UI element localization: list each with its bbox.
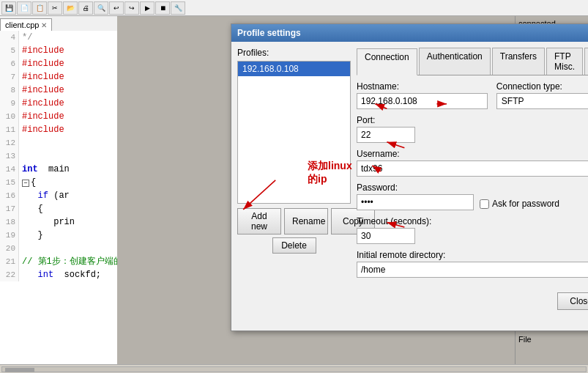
file-tab-name: client.cpp bbox=[5, 21, 39, 29]
ask-password-row: Ask for password bbox=[480, 199, 559, 209]
scrollbar-track bbox=[1, 366, 587, 372]
main-toolbar: 💾 📄 📋 ✂ 📂 🖨 🔍 ↩ ↪ ▶ ⏹ 🔧 bbox=[0, 0, 588, 16]
tab-ftp-misc[interactable]: FTP Misc. bbox=[546, 48, 583, 75]
tab-connection[interactable]: Connection bbox=[357, 48, 417, 75]
dialog-body: Profiles: 192.168.0.108 Add new Rename C… bbox=[231, 42, 588, 289]
port-input[interactable] bbox=[357, 127, 415, 143]
close-button[interactable]: Close bbox=[557, 292, 588, 310]
code-line: 6 #include bbox=[0, 57, 117, 70]
timeout-label: Timeout (seconds): bbox=[357, 216, 588, 226]
username-input[interactable] bbox=[357, 160, 588, 177]
profiles-panel: Profiles: 192.168.0.108 Add new Rename C… bbox=[237, 48, 351, 284]
toolbar-undo[interactable]: ↩ bbox=[109, 1, 124, 15]
code-line: 4 */ bbox=[0, 31, 117, 44]
hostname-col: Hostname: bbox=[357, 81, 488, 109]
toolbar-run[interactable]: ▶ bbox=[140, 1, 155, 15]
add-new-button[interactable]: Add new bbox=[237, 208, 281, 234]
code-line: 12 bbox=[0, 136, 117, 149]
timeout-group: Timeout (seconds): bbox=[357, 216, 588, 244]
connection-type-select[interactable]: SFTP FTP FTPS bbox=[496, 93, 588, 109]
file-tab-bar: client.cpp ✕ bbox=[0, 16, 117, 31]
profiles-buttons-row2: Delete bbox=[237, 237, 351, 254]
initial-dir-label: Initial remote directory: bbox=[357, 250, 588, 260]
profiles-list[interactable]: 192.168.0.108 bbox=[237, 61, 351, 204]
code-line: 20 bbox=[0, 242, 117, 255]
ask-password-label: Ask for password bbox=[492, 199, 559, 209]
hostname-label: Hostname: bbox=[357, 81, 488, 92]
toolbar-open[interactable]: 📂 bbox=[63, 1, 78, 15]
hostname-row: Hostname: Connection type: SFTP FTP FTPS bbox=[357, 81, 588, 109]
tab-cache[interactable]: Cache bbox=[584, 48, 588, 75]
code-line: 11 #include bbox=[0, 123, 117, 136]
ask-password-checkbox[interactable] bbox=[480, 199, 489, 209]
toolbar-cut[interactable]: ✂ bbox=[48, 1, 62, 15]
connection-type-col: Connection type: SFTP FTP FTPS bbox=[496, 81, 588, 109]
code-line: 5 #include bbox=[0, 44, 117, 57]
connection-type-label: Connection type: bbox=[496, 81, 588, 92]
connection-form: Hostname: Connection type: SFTP FTP FTPS bbox=[357, 81, 588, 278]
profile-settings-dialog: Profile settings ✕ Profiles: 192.168.0.1… bbox=[231, 23, 588, 331]
toolbar-new[interactable]: 📄 bbox=[17, 1, 31, 15]
code-line: 18 prin bbox=[0, 215, 117, 229]
scrollbar-thumb[interactable] bbox=[5, 368, 34, 372]
delete-button[interactable]: Delete bbox=[272, 237, 316, 254]
h-scrollbar[interactable] bbox=[0, 364, 588, 373]
code-panel: client.cpp ✕ 4 */ 5 #include 6 #include … bbox=[0, 16, 117, 373]
main-area: client.cpp ✕ 4 */ 5 #include 6 #include … bbox=[0, 16, 588, 373]
code-line: 7 #include bbox=[0, 70, 117, 84]
password-input[interactable] bbox=[357, 194, 474, 210]
code-line: 17 { bbox=[0, 202, 117, 215]
toolbar-redo[interactable]: ↪ bbox=[124, 1, 139, 15]
tabs-bar: Connection Authentication Transfers FTP … bbox=[357, 48, 588, 75]
initial-dir-group: Initial remote directory: bbox=[357, 250, 588, 278]
dialog-title: Profile settings bbox=[237, 28, 301, 38]
toolbar-print[interactable]: 🖨 bbox=[78, 1, 93, 15]
tab-authentication[interactable]: Authentication bbox=[419, 48, 491, 75]
profiles-label: Profiles: bbox=[237, 48, 351, 58]
code-line: 10 #include bbox=[0, 110, 117, 123]
hostname-input[interactable] bbox=[357, 93, 488, 109]
port-group: Port: bbox=[357, 115, 588, 143]
toolbar-settings[interactable]: 🔧 bbox=[171, 1, 185, 15]
code-line: 22 int sockfd; bbox=[0, 268, 117, 281]
code-line: 8 #include bbox=[0, 84, 117, 97]
code-body: 4 */ 5 #include 6 #include 7 #include 8 … bbox=[0, 31, 117, 373]
profiles-buttons-row1: Add new Rename Copy bbox=[237, 208, 351, 234]
right-panel: connected ⚙ ● ⊞ ... File Profile setting… bbox=[117, 16, 588, 373]
profile-item[interactable]: 192.168.0.108 bbox=[238, 62, 350, 76]
code-line: 16 if (ar bbox=[0, 189, 117, 202]
dialog-titlebar: Profile settings ✕ bbox=[231, 24, 588, 42]
code-line: 19 } bbox=[0, 229, 117, 242]
username-group: Username: bbox=[357, 149, 588, 177]
code-line: 13 bbox=[0, 149, 117, 163]
password-group: Password: Ask for password bbox=[357, 182, 588, 210]
tab-transfers[interactable]: Transfers bbox=[492, 48, 545, 75]
port-label: Port: bbox=[357, 115, 588, 125]
initial-dir-input[interactable] bbox=[357, 262, 588, 278]
dialog-footer: Close bbox=[231, 289, 588, 316]
profiles-actions: Add new Rename Copy Delete bbox=[237, 208, 351, 254]
expand-btn[interactable]: − bbox=[22, 180, 29, 187]
file-tab-close[interactable]: ✕ bbox=[41, 21, 47, 29]
toolbar-save[interactable]: 💾 bbox=[1, 1, 16, 15]
timeout-input[interactable] bbox=[357, 228, 415, 244]
code-line: 9 #include bbox=[0, 97, 117, 110]
toolbar-search[interactable]: 🔍 bbox=[94, 1, 108, 15]
username-label: Username: bbox=[357, 149, 588, 159]
toolbar-stop[interactable]: ⏹ bbox=[155, 1, 170, 15]
code-line: 21 // 第1步：创建客户端的socket。 bbox=[0, 255, 117, 268]
toolbar-copy-t[interactable]: 📋 bbox=[32, 1, 47, 15]
settings-panel: Connection Authentication Transfers FTP … bbox=[357, 48, 588, 284]
rename-button[interactable]: Rename bbox=[284, 208, 328, 234]
code-line: 15 −{ bbox=[0, 176, 117, 189]
dialog-overlay: Profile settings ✕ Profiles: 192.168.0.1… bbox=[117, 16, 588, 373]
password-label: Password: bbox=[357, 182, 588, 193]
file-tab[interactable]: client.cpp ✕ bbox=[0, 18, 52, 31]
code-line: 14 int main bbox=[0, 163, 117, 176]
